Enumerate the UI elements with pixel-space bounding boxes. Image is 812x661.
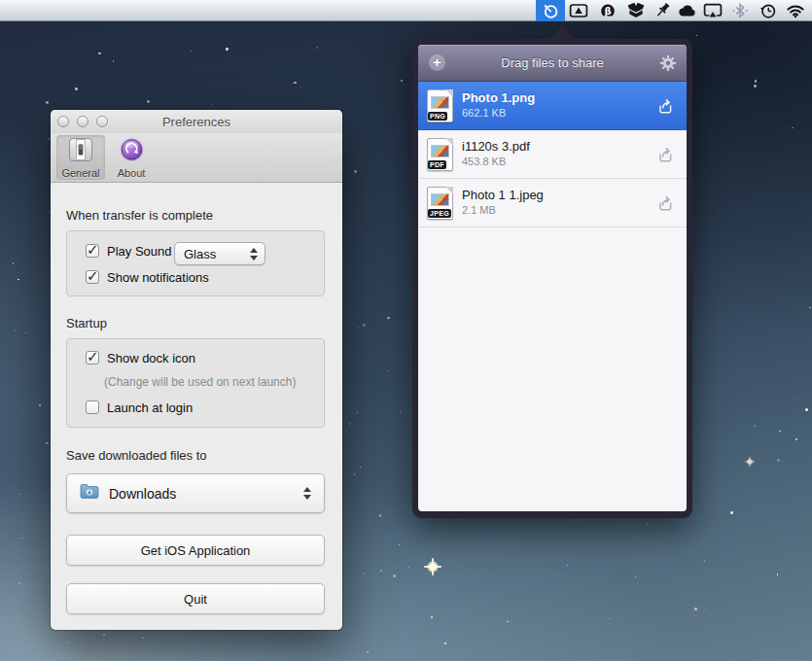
show-dock-icon-label: Show dock icon: [107, 351, 195, 365]
file-row[interactable]: PDF i1120s 3.pdf 453.8 KB: [418, 130, 687, 179]
general-switch-icon: [68, 137, 93, 166]
wifi-icon[interactable]: [782, 0, 808, 21]
menu-bar: β: [0, 0, 812, 21]
share-popover: + Drag files to share PNG Photo 1.png 66…: [412, 39, 692, 518]
play-sound-checkbox[interactable]: [86, 244, 99, 258]
file-row[interactable]: PNG Photo 1.png 662.1 KB: [418, 82, 687, 130]
show-notifications-label: Show notifications: [107, 270, 209, 285]
file-name: Photo 1 1.jpeg: [462, 188, 544, 202]
transfer-section-heading: When transfer is complete: [66, 208, 213, 223]
beta-icon[interactable]: β: [594, 0, 621, 21]
file-name: Photo 1.png: [462, 90, 535, 105]
sound-select[interactable]: Glass: [174, 242, 265, 265]
show-dock-icon-checkbox[interactable]: [86, 351, 99, 365]
file-size: 662.1 KB: [462, 107, 506, 119]
popover-arrow: [547, 26, 577, 40]
bright-star: [424, 558, 441, 575]
tab-about[interactable]: About: [109, 135, 154, 180]
jpeg-file-icon: JPEG: [427, 187, 453, 220]
launch-at-login-label: Launch at login: [107, 400, 193, 415]
downloads-folder-icon: [80, 483, 100, 504]
share-icon[interactable]: [655, 145, 675, 164]
toolbar: General About: [51, 133, 342, 183]
launch-at-login-checkbox[interactable]: [86, 400, 99, 414]
png-file-icon: PNG: [427, 89, 453, 122]
tab-general[interactable]: General: [56, 135, 105, 180]
get-ios-app-button[interactable]: Get iOS Application: [66, 535, 325, 566]
popover-header: + Drag files to share: [418, 45, 687, 82]
dropbox-icon[interactable]: [622, 0, 650, 21]
bluetooth-icon[interactable]: [726, 0, 754, 21]
titlebar[interactable]: Preferences: [51, 110, 342, 133]
minimize-button[interactable]: [77, 116, 88, 127]
close-button[interactable]: [57, 116, 69, 127]
transfer-groupbox: Play Sound Glass Show notifications: [66, 230, 325, 296]
about-sphere-icon: [119, 137, 145, 166]
preferences-window: Preferences General About When transfer …: [51, 110, 342, 630]
tab-general-label: General: [61, 167, 99, 179]
pin-icon[interactable]: [650, 0, 675, 21]
airplay-icon[interactable]: [699, 0, 726, 21]
add-file-button[interactable]: +: [429, 54, 445, 71]
share-icon[interactable]: [655, 193, 675, 213]
startup-section-heading: Startup: [66, 316, 107, 330]
file-name: i1120s 3.pdf: [462, 139, 530, 154]
sound-select-value: Glass: [184, 247, 250, 261]
bright-star: [745, 457, 755, 467]
cloud-icon[interactable]: [673, 0, 700, 21]
download-folder-select[interactable]: Downloads: [66, 473, 325, 513]
share-icon[interactable]: [655, 96, 675, 116]
tab-about-label: About: [118, 167, 146, 179]
pdf-file-icon: PDF: [427, 138, 453, 171]
quit-button[interactable]: Quit: [66, 583, 325, 614]
download-folder-value: Downloads: [109, 486, 303, 502]
popover-content: + Drag files to share PNG Photo 1.png 66…: [418, 45, 687, 511]
window-title: Preferences: [162, 115, 230, 129]
time-machine-icon[interactable]: [755, 0, 782, 21]
stepper-arrows-icon: [303, 487, 311, 500]
file-size: 2.1 MB: [462, 204, 496, 216]
popover-title: Drag files to share: [501, 55, 604, 70]
timer-app-icon[interactable]: [536, 0, 565, 21]
file-row[interactable]: JPEG Photo 1 1.jpeg 2.1 MB: [418, 179, 687, 227]
file-size: 453.8 KB: [462, 156, 506, 167]
play-sound-label: Play Sound: [107, 244, 172, 259]
zoom-button[interactable]: [96, 116, 108, 127]
show-notifications-checkbox[interactable]: [86, 270, 99, 284]
stepper-arrows-icon: [250, 248, 258, 261]
dock-change-note: (Change will be used on next launch): [104, 375, 296, 389]
gear-icon[interactable]: [659, 54, 677, 72]
display-icon[interactable]: [565, 0, 592, 21]
startup-groupbox: Show dock icon (Change will be used on n…: [66, 338, 325, 428]
save-section-heading: Save downloaded files to: [66, 448, 207, 463]
svg-text:β: β: [604, 6, 611, 17]
